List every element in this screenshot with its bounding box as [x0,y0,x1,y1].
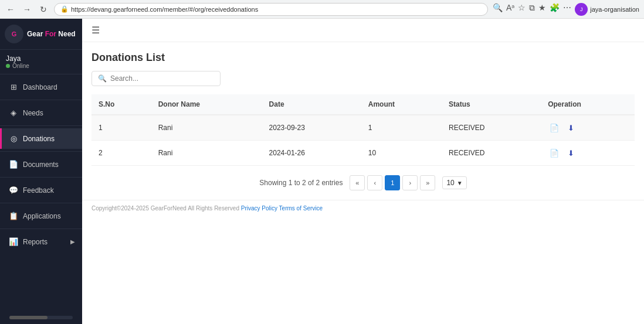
sidebar-scrollbar[interactable] [9,316,73,319]
per-page-select[interactable]: 10 ▼ [442,176,466,189]
more-tools-icon[interactable]: ⋯ [563,3,571,16]
menu-divider-1 [0,100,82,100]
feedback-icon: 💬 [9,186,18,195]
cell-donor-2: Rani [151,141,262,166]
cell-date-1: 2023-09-23 [262,115,361,141]
donations-table: S.No Donor Name Date Amount Status Opera… [91,94,635,166]
forward-button[interactable]: → [21,4,33,15]
col-status: Status [442,94,541,115]
hamburger-icon[interactable]: ☰ [91,25,100,36]
menu-divider-3 [0,151,82,152]
terms-link[interactable]: Terms of Service [279,205,323,212]
operation-icons-2: 📄 ⬇ [548,146,628,159]
reports-label: Reports [23,238,48,246]
sidebar-scrollbar-thumb [9,316,48,319]
url-bar: 🔒 https://devang.gearforneed.com/member/… [54,3,488,16]
sidebar-item-reports[interactable]: 📊 Reports ▶ [0,231,82,252]
view-doc-icon-1[interactable]: 📄 [548,121,561,134]
extensions-icon[interactable]: 🧩 [550,3,560,16]
cell-sno-2: 2 [91,141,151,166]
sidebar-item-dashboard[interactable]: ⊞ Dashboard [0,77,82,97]
sidebar-logo: G [5,25,23,43]
col-date: Date [262,94,361,115]
search-icon: 🔍 [98,74,107,83]
download-icon-2[interactable]: ⬇ [564,146,577,159]
page-1-btn[interactable]: 1 [385,175,400,190]
split-view-icon[interactable]: ⧉ [529,3,535,16]
app-container: G Gear For Need Jaya Online ⊞ Dashboard … [0,19,644,324]
page-next-btn[interactable]: › [402,175,418,190]
documents-icon: 📄 [9,160,18,169]
bookmark-icon[interactable]: ☆ [518,3,526,16]
page-last-btn[interactable]: » [420,175,435,190]
dashboard-label: Dashboard [23,83,57,91]
documents-label: Documents [23,161,59,169]
cell-amount-1: 1 [361,115,442,141]
reports-icon: 📊 [9,237,18,246]
cell-date-2: 2024-01-26 [262,141,361,166]
privacy-policy-link[interactable]: Privacy Policy [241,205,277,212]
needs-icon: ◈ [9,108,18,117]
svg-text:G: G [12,30,17,37]
menu-divider-5 [0,203,82,203]
browser-chrome: ← → ↻ 🔒 https://devang.gearforneed.com/m… [0,0,644,19]
cell-status-2: RECEIVED [442,141,541,166]
cell-status-1: RECEIVED [442,115,541,141]
chevron-right-icon: ▶ [70,238,75,245]
reports-left: 📊 Reports [9,237,48,246]
favorites-icon[interactable]: ★ [538,3,546,16]
read-mode-icon[interactable]: Aᵃ [506,3,514,16]
sidebar-item-donations[interactable]: ◎ Donations [0,128,82,149]
sidebar-header: G Gear For Need [0,19,82,50]
col-donor-name: Donor Name [151,94,262,115]
cell-amount-2: 10 [361,141,442,166]
sidebar-scrollbar-container: ▶ [0,311,82,324]
operation-icons-1: 📄 ⬇ [548,121,628,134]
sidebar-brand: Gear For Need [27,30,76,38]
download-icon-1[interactable]: ⬇ [564,121,577,134]
profile-avatar[interactable]: J [575,3,588,16]
browser-toolbar: 🔍 Aᵃ ☆ ⧉ ★ 🧩 ⋯ J jaya-organisation [493,3,639,16]
table-row: 2 Rani 2024-01-26 10 RECEIVED 📄 ⬇ [91,141,635,166]
page-first-btn[interactable]: « [350,175,365,190]
col-operation: Operation [541,94,635,115]
sidebar-item-needs[interactable]: ◈ Needs [0,103,82,123]
sidebar-user: Jaya Online [0,50,82,74]
sidebar: G Gear For Need Jaya Online ⊞ Dashboard … [0,19,82,324]
donations-label: Donations [23,135,55,143]
brand-need: Need [58,30,75,38]
applications-icon: 📋 [9,212,18,220]
search-input[interactable] [110,74,214,83]
online-status-dot [6,64,10,68]
zoom-icon[interactable]: 🔍 [493,3,503,16]
cell-operation-2: 📄 ⬇ [541,141,635,166]
col-amount: Amount [361,94,442,115]
needs-label: Needs [23,109,43,117]
refresh-button[interactable]: ↻ [38,4,49,15]
cell-donor-1: Rani [151,115,262,141]
search-bar: 🔍 [91,71,221,86]
pagination-row: Showing 1 to 2 of 2 entries « ‹ 1 › » 10… [91,175,635,190]
donations-icon: ◎ [9,134,18,143]
sidebar-item-documents[interactable]: 📄 Documents [0,154,82,175]
col-sno: S.No [91,94,151,115]
menu-divider-2 [0,125,82,126]
brand-gear: Gear [27,30,43,38]
dashboard-icon: ⊞ [9,83,18,91]
user-status: Online [6,63,76,69]
table-row: 1 Rani 2023-09-23 1 RECEIVED 📄 ⬇ [91,115,635,141]
brand-for: For [43,30,58,38]
menu-divider-4 [0,177,82,178]
view-doc-icon-2[interactable]: 📄 [548,146,561,159]
user-name: Jaya [6,54,76,63]
page-title: Donations List [91,52,635,64]
back-button[interactable]: ← [5,4,16,15]
sidebar-item-feedback[interactable]: 💬 Feedback [0,180,82,200]
sidebar-item-applications[interactable]: 📋 Applications [0,206,82,226]
table-header: S.No Donor Name Date Amount Status Opera… [91,94,635,115]
cell-operation-1: 📄 ⬇ [541,115,635,141]
content-header: ☰ [82,19,644,42]
page-prev-btn[interactable]: ‹ [367,175,382,190]
cell-sno-1: 1 [91,115,151,141]
content-body: Donations List 🔍 S.No Donor Name Date Am… [82,42,644,200]
